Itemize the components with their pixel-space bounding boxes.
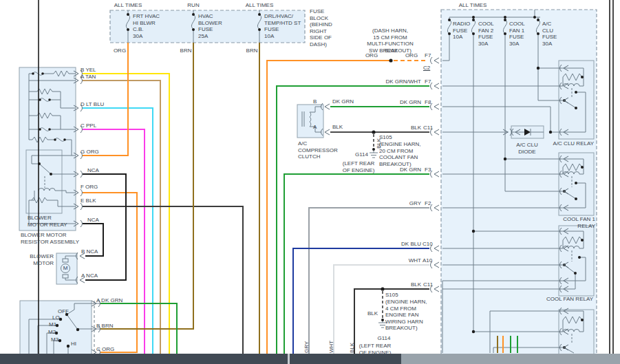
ground-g114-upper-note: (LEFT REAR OF ENGINE) <box>343 160 375 173</box>
connector-f7-a: F7 <box>425 52 431 59</box>
wire-label-blk-1: BLK <box>366 125 421 131</box>
fuse-block-location-label: FUSE BLOCK (BEHIND RIGHT SIDE OF DASH) <box>310 8 332 47</box>
wiring-diagram-page: HOT AT ALL TIMES HOT IN RUN HOT AT ALL T… <box>0 0 620 364</box>
connector-c10: C10 <box>423 241 433 248</box>
fuse-radio-label: RADIO FUSE 10A <box>453 21 470 41</box>
connector-f2: F2 <box>425 200 431 207</box>
wire-label-blk-2: BLK <box>366 281 421 288</box>
switch-pin-b: B BRN <box>96 323 113 330</box>
clutch-pin-a: A <box>313 124 317 131</box>
ac-clu-diode-label: A/C CLU DIODE <box>516 142 538 155</box>
cool-fan-1-relay-label: COOL FAN 1 RELAY <box>546 216 595 229</box>
horizontal-scrollbar-track[interactable] <box>0 354 620 364</box>
ground-g114-lower: G114 <box>378 335 391 342</box>
switch-pos-lo: LO <box>52 314 60 321</box>
fuse-hvac-blower-label: HVAC BLOWER FUSE 25A <box>198 13 222 39</box>
motor-pin-b: B NCA <box>81 248 98 255</box>
splice-s105-upper-note: (ENGINE HARN, 20 CM FROM COOLANT FAN BRE… <box>379 141 420 167</box>
horizontal-scrollbar-thumb[interactable] <box>0 354 401 364</box>
wire-label-dk-blu: DK BLU <box>366 241 421 248</box>
blower-motor-label: BLOWER MOTOR <box>23 253 54 266</box>
splice-s105-lower-note: (ENGINE HARN, 4 CM FROM ENGINE FAN WIRIN… <box>385 299 427 332</box>
cool-fan-relay-label: COOL FAN RELAY <box>545 296 593 303</box>
connector-a10: A10 <box>423 257 432 264</box>
fuse-cool-fan-2-label: COOL FAN 2 FUSE 30A <box>478 21 494 47</box>
switch-pos-m2: M2 <box>48 329 56 336</box>
splice-s105-lower: S105 <box>385 292 398 299</box>
connector-f7-b: F7 <box>425 78 431 85</box>
resistor-pin-g: G ORG <box>81 149 99 156</box>
wire-label-gry-rot: GRY <box>303 341 310 353</box>
wire-label-wht: WHT <box>366 257 421 264</box>
clutch-pin-b-color: DK GRN <box>332 98 354 105</box>
connector-f3: F3 <box>425 167 431 173</box>
resistor-pin-f: F ORG <box>81 184 98 191</box>
motor-m-symbol: M <box>63 265 68 272</box>
ac-clu-relay-label: A/C CLU RELAY <box>546 140 594 147</box>
switch-pin-a: A DK GRN <box>96 297 122 304</box>
wire-label-blk-rot-2: BLK <box>349 343 356 353</box>
resistor-pin-a: A TAN <box>81 74 96 81</box>
switch-pin-c: C ORG <box>96 346 114 353</box>
wire-label-gry: GRY <box>366 200 421 207</box>
blower-motor-relay-label: BLOWER MOTOR RELAY <box>28 215 67 228</box>
connector-c2: C2 <box>423 65 430 72</box>
splice-s202-label: S202 <box>385 47 398 54</box>
wire-label-blk-rot-1: BLK <box>376 138 383 149</box>
resistor-pin-b: B YEL <box>81 67 96 74</box>
wire-label-brn-1: BRN <box>180 47 192 54</box>
wire-label-org-left: ORG <box>365 52 378 59</box>
blower-motor-resistor-assembly-label: BLOWER MOTOR RESISTOR ASSEMBLY <box>21 232 79 245</box>
header-hot-at-all-times-1: HOT AT ALL TIMES <box>114 0 142 8</box>
wire-blk-pinE <box>83 206 243 364</box>
connector-c11-a: C11 <box>423 125 433 131</box>
resistor-pin-e: E BLK <box>81 197 96 204</box>
resistor-pin-c: C PPL <box>81 122 96 129</box>
wiring-diagram-svg <box>0 0 620 364</box>
resistor-pin-nca-1: NCA <box>87 167 99 174</box>
wire-lt-blu <box>83 108 153 364</box>
switch-pos-m3: M3 <box>51 336 58 343</box>
header-hot-at-all-times-2: HOT AT ALL TIMES <box>246 0 273 8</box>
fuse-ac-clu-label: A/C CLU FUSE 30A <box>542 21 557 47</box>
clutch-name: A/C COMPRESSOR CLUTCH <box>298 140 338 160</box>
resistor-pin-nca-2: NCA <box>87 217 99 224</box>
header-hot-at-all-times-3: HOT AT ALL TIMES <box>459 0 487 8</box>
clutch-pin-b: B <box>313 98 317 105</box>
fuse-frt-hvac-label: FRT HVAC HI BLWR C.B. 30A <box>133 13 160 39</box>
wire-label-dk-grn-1: DK GRN <box>366 99 421 106</box>
wire-label-org-right: ORG <box>405 52 418 59</box>
wire-label-wht-rot: WHT <box>328 341 335 353</box>
connector-c11-b: C11 <box>423 281 433 288</box>
scrollbar-notch <box>288 354 290 364</box>
switch-pos-hi: HI <box>71 341 76 347</box>
wire-label-brn-2: BRN <box>246 47 258 54</box>
switch-pos-m1: M1 <box>49 321 56 328</box>
fuse-cool-fan-1-label: COOL FAN 1 FUSE 30A <box>509 21 525 47</box>
wire-label-blk-3: BLK <box>367 310 378 317</box>
wire-brn-fuse2 <box>100 43 193 329</box>
fuse-drl-hvac-label: DRL/HVAC/ TEMP/HTD ST FUSE 10A <box>264 13 301 39</box>
motor-pin-a: A NCA <box>81 272 98 279</box>
wire-org-fuse1 <box>83 43 128 156</box>
connector-f8: F8 <box>425 99 431 106</box>
resistor-pin-d: D LT BLU <box>81 101 104 108</box>
clutch-pin-a-color: BLK <box>332 124 343 131</box>
header-hot-in-run: HOT IN RUN <box>184 0 203 8</box>
cool-fan-relay-box <box>559 226 594 296</box>
wire-label-dk-grn-wht: DK GRN/WHT <box>366 78 421 85</box>
ground-g114-upper: G114 <box>355 151 368 158</box>
wire-label-org-1: ORG <box>114 47 126 54</box>
